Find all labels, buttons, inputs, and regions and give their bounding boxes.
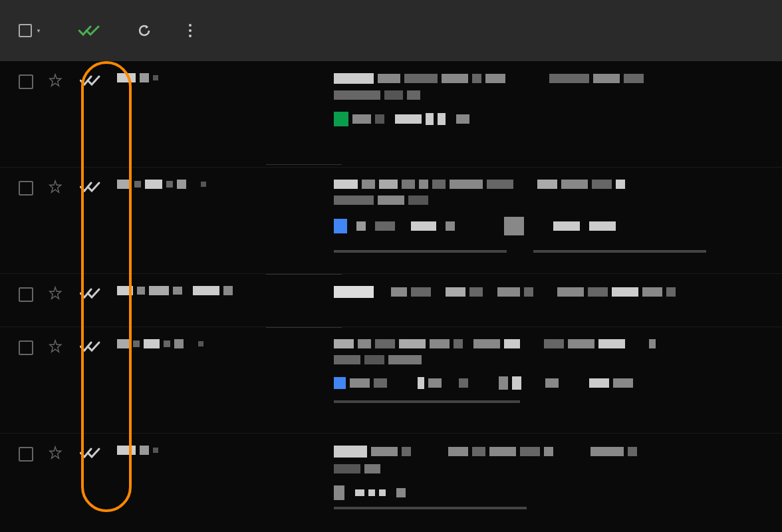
- row-checkbox[interactable]: [19, 340, 33, 355]
- mark-read-button[interactable]: [78, 24, 100, 37]
- email-content: [327, 446, 763, 509]
- double-check-icon[interactable]: [80, 340, 101, 355]
- email-list: [0, 61, 782, 532]
- sender-name: [101, 180, 327, 189]
- double-check-icon[interactable]: [80, 181, 101, 196]
- refresh-icon: [137, 23, 152, 38]
- email-row[interactable]: [0, 274, 782, 327]
- sender-name: [101, 286, 327, 295]
- row-checkbox[interactable]: [19, 181, 33, 196]
- sender-name: [101, 73, 327, 82]
- select-all-checkbox[interactable]: ▼: [19, 24, 41, 37]
- star-icon[interactable]: [48, 73, 63, 90]
- email-content: [327, 339, 763, 403]
- more-vertical-icon: [189, 24, 192, 27]
- sender-name: [101, 446, 327, 455]
- sender-name: [101, 339, 327, 348]
- email-content: [327, 73, 763, 126]
- refresh-button[interactable]: [137, 23, 152, 38]
- row-checkbox[interactable]: [19, 447, 33, 462]
- double-check-icon[interactable]: [80, 447, 101, 462]
- star-icon[interactable]: [48, 446, 63, 463]
- star-icon[interactable]: [48, 180, 63, 197]
- chevron-down-icon: ▼: [36, 28, 41, 34]
- star-icon[interactable]: [48, 286, 63, 303]
- more-options-button[interactable]: [189, 24, 192, 37]
- attachment-indicator: [533, 250, 706, 253]
- row-checkbox[interactable]: [19, 287, 33, 302]
- toolbar: ▼: [0, 0, 782, 61]
- attachment-indicator: [334, 400, 520, 403]
- email-content: [327, 180, 763, 253]
- star-icon[interactable]: [48, 339, 63, 356]
- checkbox-icon: [19, 24, 32, 37]
- email-row[interactable]: [0, 168, 782, 274]
- attachment-indicator: [334, 250, 507, 253]
- double-check-icon: [78, 24, 100, 37]
- email-content: [327, 286, 763, 298]
- row-checkbox[interactable]: [19, 74, 33, 89]
- email-row[interactable]: [0, 61, 782, 168]
- email-row[interactable]: [0, 327, 782, 434]
- double-check-icon[interactable]: [80, 74, 101, 89]
- double-check-icon[interactable]: [80, 287, 101, 302]
- attachment-indicator: [334, 507, 527, 509]
- email-row[interactable]: [0, 434, 782, 532]
